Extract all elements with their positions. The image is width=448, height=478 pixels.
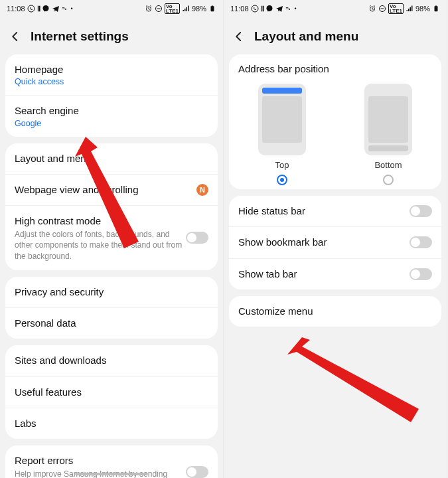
settings-group-4: Sites and downloads Useful features Labs bbox=[5, 345, 218, 439]
row-desc: Adjust the colors of fonts, backgrounds,… bbox=[15, 229, 186, 262]
row-title: Homepage bbox=[15, 63, 208, 76]
row-high-contrast[interactable]: High contrast mode Adjust the colors of … bbox=[5, 205, 218, 270]
row-labs[interactable]: Labs bbox=[5, 408, 218, 439]
row-subtitle: Quick access bbox=[15, 77, 208, 86]
row-useful-features[interactable]: Useful features bbox=[5, 376, 218, 408]
status-time: 11:08 bbox=[230, 5, 249, 13]
settings-group-1: Homepage Quick access Search engine Goog… bbox=[5, 54, 218, 137]
svg-point-0 bbox=[28, 5, 35, 12]
row-personal-data[interactable]: Personal data bbox=[5, 307, 218, 339]
screen-layout-and-menu: 11:08 Ⅱ ᯓ • VoLTE1 98% bbox=[224, 0, 447, 478]
back-icon[interactable] bbox=[233, 31, 245, 42]
signal-icon bbox=[406, 5, 413, 13]
screen-internet-settings: 11:08 Ⅱ ᯓ • VoLTE1 98% bbox=[0, 0, 224, 478]
status-bar: 11:08 Ⅱ ᯓ • VoLTE1 98% bbox=[0, 0, 223, 17]
row-title: Report errors bbox=[15, 454, 186, 467]
svg-point-1 bbox=[42, 5, 48, 11]
switches-card: Hide status bar Show bookmark bar Show t… bbox=[229, 196, 441, 289]
row-title: High contrast mode bbox=[15, 214, 186, 228]
toggle-high-contrast[interactable] bbox=[186, 232, 208, 244]
section-title: Address bar position bbox=[229, 54, 441, 80]
svg-rect-6 bbox=[212, 5, 214, 6]
radio-top[interactable] bbox=[277, 175, 287, 185]
alarm-icon bbox=[145, 5, 153, 13]
option-bottom[interactable]: Bottom bbox=[348, 84, 428, 185]
speed-icon: ᯓ bbox=[285, 5, 293, 13]
row-show-tab-bar[interactable]: Show tab bar bbox=[229, 258, 441, 289]
row-homepage[interactable]: Homepage Quick access bbox=[5, 54, 218, 95]
battery-percent: 98% bbox=[192, 5, 206, 13]
whatsapp-icon bbox=[27, 5, 35, 13]
toggle-bookmark-bar[interactable] bbox=[410, 236, 432, 248]
row-title: Useful features bbox=[15, 386, 208, 399]
row-hide-status-bar[interactable]: Hide status bar bbox=[229, 196, 441, 226]
row-sites-downloads[interactable]: Sites and downloads bbox=[5, 345, 218, 376]
page-title: Layout and menu bbox=[254, 29, 358, 44]
row-layout-and-menu[interactable]: Layout and menu bbox=[5, 143, 218, 174]
radio-bottom[interactable] bbox=[383, 175, 394, 185]
volte-icon: VoLTE1 bbox=[388, 3, 404, 14]
row-title: Privacy and security bbox=[15, 285, 208, 299]
volte-icon: VoLTE1 bbox=[165, 3, 180, 14]
messenger-icon bbox=[265, 5, 273, 13]
header: Layout and menu bbox=[224, 17, 447, 54]
row-title: Labs bbox=[15, 417, 208, 430]
telegram-icon bbox=[52, 5, 60, 13]
battery-icon bbox=[432, 5, 440, 13]
row-title: Show tab bar bbox=[238, 268, 410, 281]
pause-icon: Ⅱ bbox=[37, 5, 40, 13]
home-indicator[interactable] bbox=[75, 473, 148, 475]
preview-bottom-icon bbox=[364, 84, 412, 155]
address-bar-card: Address bar position Top Bottom bbox=[229, 54, 441, 189]
battery-icon bbox=[208, 5, 216, 13]
more-dot-icon: • bbox=[71, 5, 73, 12]
toggle-report-errors[interactable] bbox=[186, 466, 208, 478]
whatsapp-icon bbox=[251, 5, 259, 13]
telegram-icon bbox=[275, 5, 283, 13]
battery-percent: 98% bbox=[415, 5, 430, 13]
svg-rect-12 bbox=[435, 6, 438, 11]
row-title: Customize menu bbox=[238, 305, 432, 318]
row-privacy[interactable]: Privacy and security bbox=[5, 277, 218, 307]
do-not-disturb-icon bbox=[155, 5, 163, 13]
status-time: 11:08 bbox=[7, 5, 25, 13]
row-title: Sites and downloads bbox=[15, 354, 208, 367]
row-title: Search engine bbox=[15, 104, 208, 118]
do-not-disturb-icon bbox=[378, 5, 386, 13]
page-title: Internet settings bbox=[31, 29, 129, 44]
preview-top-icon bbox=[258, 84, 306, 155]
option-top[interactable]: Top bbox=[242, 84, 322, 185]
row-title: Show bookmark bar bbox=[238, 236, 410, 249]
customize-card: Customize menu bbox=[229, 296, 441, 327]
toggle-tab-bar[interactable] bbox=[410, 268, 432, 280]
new-badge: N bbox=[196, 184, 208, 196]
annotation-arrow-icon bbox=[287, 337, 427, 437]
messenger-icon bbox=[42, 5, 50, 13]
row-search-engine[interactable]: Search engine Google bbox=[5, 95, 218, 136]
svg-rect-5 bbox=[211, 6, 214, 11]
row-title: Webpage view and scrolling bbox=[15, 183, 196, 197]
alarm-icon bbox=[368, 5, 376, 13]
svg-rect-13 bbox=[435, 5, 437, 6]
row-show-bookmark-bar[interactable]: Show bookmark bar bbox=[229, 226, 441, 258]
svg-point-7 bbox=[252, 5, 258, 12]
status-bar: 11:08 Ⅱ ᯓ • VoLTE1 98% bbox=[224, 0, 447, 17]
toggle-hide-status[interactable] bbox=[410, 205, 432, 217]
back-icon[interactable] bbox=[9, 31, 21, 42]
settings-group-2: Layout and menu Webpage view and scrolli… bbox=[5, 143, 218, 270]
option-label: Top bbox=[275, 160, 289, 170]
row-title: Hide status bar bbox=[238, 204, 410, 218]
row-webpage-view[interactable]: Webpage view and scrolling N bbox=[5, 174, 218, 205]
option-label: Bottom bbox=[374, 160, 402, 170]
row-subtitle: Google bbox=[15, 119, 208, 128]
row-customize-menu[interactable]: Customize menu bbox=[229, 296, 441, 327]
svg-point-8 bbox=[266, 5, 272, 11]
settings-group-3: Privacy and security Personal data bbox=[5, 277, 218, 339]
header: Internet settings bbox=[0, 17, 223, 54]
row-title: Layout and menu bbox=[15, 152, 208, 165]
pause-icon: Ⅱ bbox=[261, 5, 263, 13]
signal-icon bbox=[182, 5, 190, 13]
speed-icon: ᯓ bbox=[62, 5, 69, 13]
more-dot-icon: • bbox=[295, 5, 297, 12]
row-title: Personal data bbox=[15, 317, 208, 330]
